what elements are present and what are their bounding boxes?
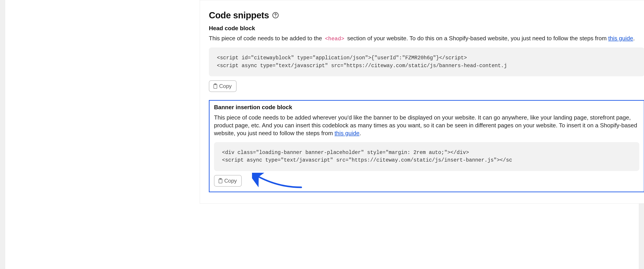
banner-desc-end: . — [359, 130, 361, 137]
section-title: Code snippets — [209, 9, 269, 21]
copy-banner-button[interactable]: Copy — [214, 175, 242, 187]
copy-banner-label: Copy — [224, 178, 237, 184]
banner-block-description: This piece of code needs to be added whe… — [214, 114, 639, 137]
banner-guide-link[interactable]: this guide — [334, 130, 359, 137]
copy-head-label: Copy — [219, 83, 232, 89]
clipboard-icon — [213, 83, 218, 89]
banner-block-title: Banner insertion code block — [214, 103, 639, 111]
banner-desc-main: This piece of code needs to be added whe… — [214, 114, 637, 137]
clipboard-icon — [218, 178, 223, 184]
banner-block-highlight: Banner insertion code block This piece o… — [209, 100, 644, 192]
head-guide-link[interactable]: this guide — [608, 35, 633, 42]
head-block-description: This piece of code needs to be added to … — [209, 35, 644, 43]
annotation-arrow — [252, 173, 304, 188]
head-code-block: <script id="citewayblock" type="applicat… — [209, 48, 644, 76]
copy-head-button[interactable]: Copy — [209, 80, 236, 92]
banner-code-block: <div class="loading-banner banner-placeh… — [214, 142, 639, 171]
code-snippets-panel: Code snippets Head code block This piece… — [200, 0, 644, 204]
head-block-title: Head code block — [209, 24, 644, 32]
head-desc-after: section of your website. To do this on a… — [347, 35, 608, 42]
head-inline-code: <head> — [324, 35, 346, 42]
head-desc-end: . — [633, 35, 634, 42]
svg-point-1 — [275, 16, 276, 17]
head-desc-before: This piece of code needs to be added to … — [209, 35, 324, 42]
help-icon[interactable] — [272, 12, 279, 19]
